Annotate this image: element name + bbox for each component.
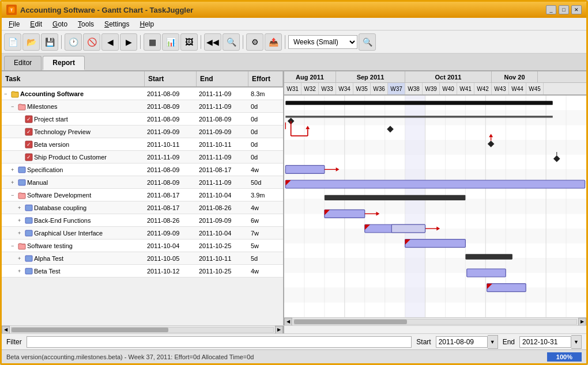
start-date-arrow[interactable]: ▼ (488, 335, 498, 349)
week-w42: W42 (474, 83, 492, 94)
view1-button[interactable]: ▦ (144, 33, 161, 51)
arrow-left[interactable]: ◀◀ (204, 33, 221, 51)
open-button[interactable]: 📂 (22, 33, 40, 51)
end-date-input[interactable] (519, 336, 571, 348)
task-end: 2011-10-11 (197, 254, 248, 263)
menu-settings[interactable]: Settings (100, 19, 134, 29)
task-end: 2011-08-17 (197, 165, 248, 174)
expand-icon[interactable]: + (18, 256, 24, 261)
forward-button[interactable]: ▶ (120, 33, 137, 51)
task-name-cell: ✓ Project start (2, 114, 145, 124)
expand-icon (18, 116, 24, 122)
task-scroll-right[interactable]: ▶ (275, 326, 283, 334)
svg-rect-39 (284, 302, 586, 317)
filter-input[interactable] (27, 336, 412, 348)
task-start: 2011-11-09 (145, 153, 197, 162)
close-button[interactable]: ✕ (571, 5, 582, 14)
svg-rect-29 (284, 155, 586, 170)
gantt-bar-softwaretesting (465, 254, 512, 259)
spacer (284, 326, 586, 333)
window-title: Accounting Software - Gantt Chart - Task… (20, 6, 193, 14)
task-effort: 4w (248, 267, 283, 276)
week-w32: W32 (301, 83, 319, 94)
task-header: Task Start End Effort (2, 71, 283, 88)
task-start: 2011-08-17 (145, 191, 197, 200)
menu-help[interactable]: Help (135, 19, 159, 29)
task-end: 2011-08-26 (197, 203, 248, 212)
task-scroll-left[interactable]: ◀ (2, 326, 10, 334)
expand-icon[interactable]: + (18, 218, 24, 223)
filter-button[interactable]: ⚙ (246, 33, 263, 51)
table-row: − Software testing 2011-10-04 2011-10-25… (2, 239, 283, 252)
gantt-scroll-left[interactable]: ◀ (284, 318, 292, 326)
view3-button[interactable]: 🖼 (180, 33, 198, 51)
filter-label: Filter (6, 338, 22, 346)
month-aug: Aug 2011 (284, 71, 336, 82)
separator-2 (140, 35, 141, 49)
task-start: 2011-10-11 (145, 140, 197, 149)
tab-editor[interactable]: Editor (4, 56, 42, 70)
week-w45: W45 (526, 83, 544, 94)
save-button[interactable]: 💾 (41, 33, 58, 51)
end-date-arrow[interactable]: ▼ (571, 335, 582, 349)
menu-edit[interactable]: Edit (25, 19, 47, 29)
expand-icon[interactable]: − (11, 104, 17, 109)
task-end: 2011-10-25 (197, 241, 248, 250)
task-icon (25, 204, 33, 212)
expand-icon[interactable]: − (11, 192, 17, 198)
expand-icon[interactable]: − (4, 91, 10, 97)
table-row: ✓ Ship Product to Customer 2011-11-09 20… (2, 151, 283, 164)
task-name-cell: − Software Development (2, 190, 145, 200)
gantt-bar-gui (405, 239, 466, 248)
back-button[interactable]: ◀ (101, 33, 119, 51)
task-end: 2011-11-09 (197, 153, 248, 162)
gantt-bar-softwaredevel (325, 195, 466, 200)
task-effort: 50d (248, 178, 283, 187)
task-name: Graphical User Interface (34, 230, 103, 237)
gantt-scroll-right[interactable]: ▶ (578, 318, 586, 326)
menu-file[interactable]: File (4, 19, 24, 29)
col-start: Start (145, 71, 197, 86)
task-start: 2011-10-12 (145, 267, 197, 276)
expand-icon[interactable]: + (11, 180, 17, 185)
maximize-button[interactable]: □ (559, 5, 569, 14)
zoom-select[interactable]: Weeks (Small) (288, 35, 357, 49)
task-hscroll: ◀ ▶ (2, 326, 284, 333)
task-icon (25, 216, 33, 225)
stop-button[interactable]: 🚫 (83, 33, 100, 51)
svg-rect-27 (284, 125, 586, 140)
new-button[interactable]: 📄 (4, 33, 21, 51)
task-effort: 0d (248, 153, 283, 162)
menu-tools[interactable]: Tools (73, 19, 99, 29)
gantt-hscroll[interactable]: ◀ ▶ (284, 317, 586, 325)
task-effort: 6w (248, 216, 283, 225)
expand-icon[interactable]: + (11, 167, 17, 173)
folder-icon (11, 90, 19, 98)
table-row: − Milestones 2011-08-09 2011-11-09 0d (2, 100, 283, 113)
task-icon (25, 254, 33, 263)
expand-icon[interactable]: + (18, 230, 24, 236)
week-w43: W43 (492, 83, 509, 94)
svg-rect-14 (18, 193, 25, 199)
gantt-bar-milestones (285, 116, 552, 118)
expand-icon[interactable]: − (11, 243, 17, 249)
task-start: 2011-09-09 (145, 229, 197, 238)
clock-button[interactable]: 🕐 (65, 33, 82, 51)
expand-icon[interactable]: + (18, 268, 24, 274)
menu-goto[interactable]: Goto (48, 19, 72, 29)
export-button[interactable]: 📤 (265, 33, 282, 51)
task-name: Accounting Software (20, 90, 84, 97)
svg-rect-2 (12, 92, 18, 97)
minimize-button[interactable]: _ (546, 5, 556, 14)
task-name-cell: − Accounting Software (2, 89, 145, 99)
start-date-input[interactable] (436, 336, 488, 348)
zoom-search[interactable]: 🔍 (359, 33, 376, 51)
table-row: − Accounting Software 2011-08-09 2011-11… (2, 88, 283, 100)
view2-button[interactable]: 📊 (162, 33, 179, 51)
tab-report[interactable]: Report (43, 56, 85, 70)
expand-icon[interactable]: + (18, 205, 24, 211)
task-name-cell: + Back-End Functions (2, 215, 145, 226)
task-scroll-track (11, 327, 274, 333)
zoom-out[interactable]: 🔍 (223, 33, 240, 51)
task-effort: 7w (248, 229, 283, 238)
